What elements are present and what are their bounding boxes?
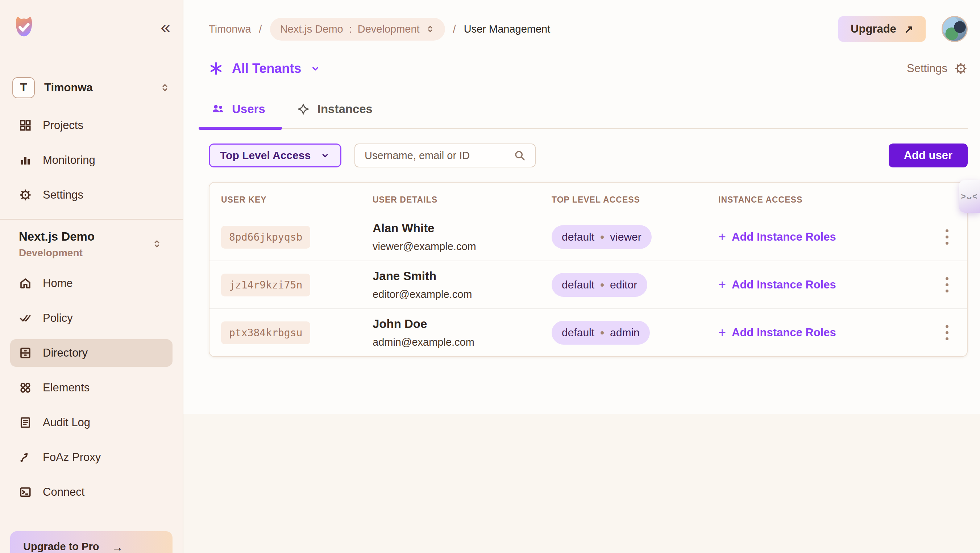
sidebar-item-home[interactable]: Home [10, 270, 172, 297]
upgrade-button[interactable]: Upgrade ↗ [838, 16, 926, 42]
sidebar-item-label: FoAz Proxy [43, 451, 101, 464]
workspace-initial-badge: T [12, 77, 35, 98]
main-content: Timonwa / Next.js Demo : Development / U… [183, 0, 980, 553]
project-environment: Development [19, 247, 150, 259]
sidebar-item-label: Connect [43, 486, 84, 499]
user-key-chip: jz14r9kzi75n [221, 273, 310, 296]
permit-logo-icon[interactable] [10, 13, 38, 41]
access-badge[interactable]: default viewer [552, 225, 652, 249]
sidebar-item-label: Audit Log [43, 416, 90, 429]
sidebar-item-label: Elements [43, 381, 89, 394]
double-check-icon [19, 311, 32, 325]
proxy-route-icon [19, 451, 32, 464]
environment-settings-link[interactable]: Settings [907, 62, 968, 75]
users-icon [211, 102, 225, 116]
sidebar-item-connect[interactable]: Connect [10, 478, 172, 506]
side-panel-toggle-handle[interactable]: >ᴗ< [959, 180, 980, 213]
sidebar: « T Timonwa Projects [0, 0, 183, 553]
filter-row: Top Level Access Add user [209, 143, 968, 167]
project-name: Next.js Demo [19, 230, 150, 243]
sidebar-item-projects[interactable]: Projects [10, 111, 172, 139]
tab-users[interactable]: Users [209, 102, 267, 128]
sidebar-item-settings[interactable]: Settings [10, 181, 172, 209]
workspace-selector[interactable]: T Timonwa [10, 77, 172, 99]
tab-bar: Users Instances [209, 102, 968, 129]
user-avatar[interactable] [942, 16, 968, 42]
badge-tenant: default [562, 279, 594, 291]
badge-role: admin [610, 326, 640, 339]
user-email: viewer@example.com [372, 241, 552, 253]
sidebar-item-monitoring[interactable]: Monitoring [10, 146, 172, 174]
four-circles-icon [19, 381, 32, 394]
breadcrumb: Timonwa / Next.js Demo : Development / U… [209, 18, 550, 41]
user-name: Alan White [372, 221, 552, 235]
upgrade-to-pro-banner[interactable]: Upgrade to Pro → [10, 531, 172, 553]
add-instance-roles-label: Add Instance Roles [732, 230, 836, 243]
arrow-right-icon: → [111, 541, 123, 553]
user-name: Jane Smith [372, 269, 552, 283]
sidebar-item-label: Directory [43, 346, 88, 359]
sidebar-item-elements[interactable]: Elements [10, 374, 172, 402]
document-lines-icon [19, 416, 32, 429]
access-badge[interactable]: default admin [552, 321, 650, 345]
badge-tenant: default [562, 326, 594, 339]
table-header: USER KEY USER DETAILS TOP LEVEL ACCESS I… [210, 183, 967, 213]
add-user-button[interactable]: Add user [889, 143, 968, 167]
access-badge[interactable]: default editor [552, 273, 647, 297]
sidebar-item-directory[interactable]: Directory [10, 339, 172, 367]
add-instance-roles-link[interactable]: + Add Instance Roles [718, 278, 927, 291]
workspace-nav: Projects Monitoring Settings [10, 111, 172, 209]
settings-link-label: Settings [907, 62, 947, 75]
sidebar-item-policy[interactable]: Policy [10, 304, 172, 332]
row-menu-button[interactable] [927, 273, 967, 296]
plus-icon: + [718, 278, 726, 291]
user-name: John Doe [372, 317, 552, 331]
user-key-chip: 8pd66jkpyqsb [221, 226, 310, 249]
search-box [355, 143, 536, 167]
tenant-selector[interactable]: All Tenants [209, 61, 321, 76]
tenant-selector-label: All Tenants [232, 61, 301, 76]
upgrade-button-label: Upgrade [851, 22, 896, 35]
project-switch-button[interactable] [150, 237, 164, 252]
add-instance-roles-link[interactable]: + Add Instance Roles [718, 230, 927, 243]
tenant-row: All Tenants Settings [209, 57, 968, 81]
chevron-up-down-icon [425, 24, 435, 34]
add-instance-roles-label: Add Instance Roles [732, 326, 836, 339]
chevron-down-icon [320, 150, 330, 160]
gear-icon [954, 62, 968, 75]
breadcrumb-environment-pill[interactable]: Next.js Demo : Development [270, 18, 445, 41]
add-instance-roles-link[interactable]: + Add Instance Roles [718, 326, 927, 339]
breadcrumb-environment: Development [358, 23, 420, 35]
dot-separator-icon [601, 331, 604, 334]
archive-drawer-icon [19, 346, 32, 359]
user-email: admin@example.com [372, 336, 552, 348]
sidebar-item-audit-log[interactable]: Audit Log [10, 409, 172, 436]
workspace-name: Timonwa [44, 81, 150, 94]
add-instance-roles-label: Add Instance Roles [732, 278, 836, 291]
search-input[interactable] [364, 149, 508, 162]
badge-role: editor [610, 279, 637, 291]
users-table: USER KEY USER DETAILS TOP LEVEL ACCESS I… [209, 182, 968, 357]
chevron-up-down-icon [159, 82, 170, 93]
access-filter-dropdown[interactable]: Top Level Access [209, 143, 341, 167]
arrow-up-right-icon: ↗ [904, 23, 913, 35]
sidebar-collapse-button[interactable]: « [158, 19, 172, 36]
user-key-chip: ptx384krbgsu [221, 321, 310, 344]
badge-role: viewer [610, 231, 641, 243]
upgrade-to-pro-label: Upgrade to Pro [23, 541, 99, 553]
row-menu-button[interactable] [927, 226, 967, 248]
breadcrumb-workspace[interactable]: Timonwa [209, 23, 251, 35]
sidebar-item-foaz-proxy[interactable]: FoAz Proxy [10, 443, 172, 471]
sidebar-divider [0, 219, 183, 219]
breadcrumb-colon: : [349, 23, 352, 35]
chevron-up-down-icon [151, 238, 162, 249]
chevron-down-icon [310, 63, 321, 74]
dot-separator-icon [601, 235, 604, 239]
home-icon [19, 277, 32, 290]
project-switcher[interactable]: Next.js Demo Development [19, 230, 164, 259]
table-row: jz14r9kzi75n Jane Smith editor@example.c… [210, 261, 967, 308]
column-header-instance-access: INSTANCE ACCESS [718, 195, 927, 205]
row-menu-button[interactable] [927, 321, 967, 344]
sidebar-item-label: Projects [43, 119, 83, 132]
tab-instances[interactable]: Instances [294, 102, 375, 128]
